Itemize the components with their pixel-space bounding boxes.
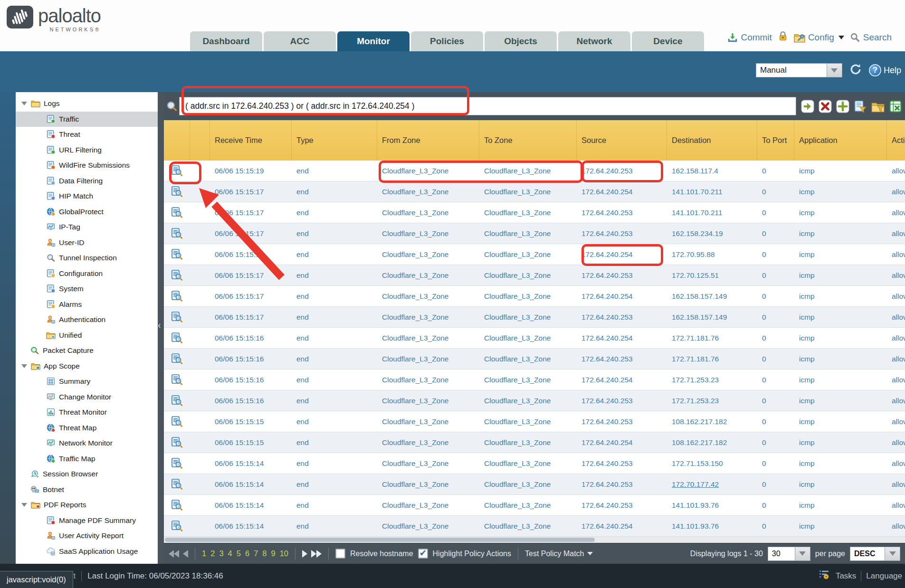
cell-action[interactable]: allow [887,390,905,411]
load-filter-icon[interactable] [871,100,885,113]
tab-policies[interactable]: Policies [411,31,483,51]
cell-receive-time[interactable]: 06/06 15:15:16 [210,328,292,348]
sidebar-item-hip-match[interactable]: HIP Match [16,189,158,204]
log-detail-icon[interactable] [164,307,190,327]
auto-refresh-caret[interactable] [827,63,842,77]
cell-destination[interactable]: 141.101.70.211 [667,181,757,202]
cell-source[interactable]: 172.64.240.254 [577,244,667,265]
log-detail-icon[interactable] [164,432,190,453]
search-button[interactable]: Search [850,32,892,43]
sidebar-item-threat[interactable]: Threat [16,127,158,142]
cell-receive-time[interactable]: 06/06 15:15:17 [210,202,292,223]
scrollbar-thumb[interactable] [165,538,595,542]
cell-source[interactable]: 172.64.240.253 [577,474,667,494]
cell-source[interactable]: 172.64.240.253 [577,349,667,369]
log-detail-icon[interactable] [164,328,190,348]
cell-type[interactable]: end [292,223,377,244]
cell-action[interactable]: allow [887,370,905,390]
cell-receive-time[interactable]: 06/06 15:15:16 [210,390,292,411]
cell-to-port[interactable]: 0 [757,370,794,390]
column-header-destination[interactable]: Destination [667,120,757,161]
cell-destination[interactable]: 162.158.234.19 [667,223,757,244]
column-header-type[interactable]: Type [292,120,377,161]
column-header-receive-time[interactable]: Receive Time [210,120,292,161]
last-page-button[interactable] [311,550,322,558]
cell-action[interactable]: allow [887,411,905,432]
sidebar-item-packet-capture[interactable]: Packet Capture [16,343,158,359]
cell-type[interactable]: end [292,370,377,390]
cell-receive-time[interactable]: 06/06 15:15:17 [210,181,292,202]
cell-application[interactable]: icmp [794,244,887,265]
log-detail-icon[interactable] [164,370,190,390]
cell-application[interactable]: icmp [794,202,887,223]
cell-to-zone[interactable]: Cloudflare_L3_Zone [479,265,577,285]
cell-to-port[interactable]: 0 [757,223,794,244]
cell-from-zone[interactable]: Cloudflare_L3_Zone [377,432,479,453]
cell-action[interactable]: allow [887,432,905,453]
cell-action[interactable]: allow [887,474,905,494]
cell-receive-time[interactable]: 06/06 15:15:17 [210,307,292,327]
log-detail-icon[interactable] [164,349,190,369]
cell-from-zone[interactable]: Cloudflare_L3_Zone [377,286,479,306]
cell-to-port[interactable]: 0 [757,474,794,494]
cell-receive-time[interactable]: 06/06 15:15:16 [210,349,292,369]
sidebar-item-pdf-reports[interactable]: PDF Reports [16,497,158,513]
cell-action[interactable]: allow [887,161,905,181]
cell-from-zone[interactable]: Cloudflare_L3_Zone [377,307,479,327]
cell-to-zone[interactable]: Cloudflare_L3_Zone [479,161,577,181]
cell-destination[interactable]: 141.101.70.211 [667,202,757,223]
cell-type[interactable]: end [292,202,377,223]
sidebar-item-botnet[interactable]: Botnet [16,482,158,498]
cell-action[interactable]: allow [887,202,905,223]
sidebar-splitter[interactable]: ‹ [158,92,164,564]
cell-from-zone[interactable]: Cloudflare_L3_Zone [377,244,479,265]
sort-order-select[interactable]: DESC [850,547,900,561]
cell-type[interactable]: end [292,307,377,327]
cell-type[interactable]: end [292,432,377,453]
cell-from-zone[interactable]: Cloudflare_L3_Zone [377,181,479,202]
cell-receive-time[interactable]: 06/06 15:15:14 [210,474,292,494]
cell-source[interactable]: 172.64.240.253 [577,202,667,223]
cell-application[interactable]: icmp [794,161,887,181]
config-menu-button[interactable]: Config [794,32,844,43]
cell-destination[interactable]: 108.162.217.182 [667,411,757,432]
sidebar-item-user-activity-report[interactable]: User Activity Report [16,528,158,544]
cell-destination[interactable]: 172.70.177.42 [667,474,757,494]
tab-network[interactable]: Network [558,31,630,51]
cell-to-zone[interactable]: Cloudflare_L3_Zone [479,181,577,202]
cell-to-zone[interactable]: Cloudflare_L3_Zone [479,432,577,453]
test-policy-match-button[interactable]: Test Policy Match [525,550,593,558]
cell-application[interactable]: icmp [794,328,887,348]
cell-type[interactable]: end [292,453,377,474]
tab-acc[interactable]: ACC [264,31,336,51]
cell-application[interactable]: icmp [794,181,887,202]
cell-to-port[interactable]: 0 [757,432,794,453]
cell-application[interactable]: icmp [794,223,887,244]
cell-to-port[interactable]: 0 [757,265,794,285]
expand-collapse-icon[interactable] [21,503,27,507]
sidebar-item-threat-map[interactable]: Threat Map [16,420,158,436]
page-number-10[interactable]: 10 [280,549,288,558]
cell-action[interactable]: allow [887,244,905,265]
cell-source[interactable]: 172.64.240.253 [577,495,667,515]
cell-to-zone[interactable]: Cloudflare_L3_Zone [479,223,577,244]
cell-to-port[interactable]: 0 [757,286,794,306]
lock-icon[interactable] [778,31,788,44]
auto-refresh-select[interactable]: Manual [756,63,842,77]
cell-to-zone[interactable]: Cloudflare_L3_Zone [479,390,577,411]
cell-from-zone[interactable]: Cloudflare_L3_Zone [377,453,479,474]
cell-to-zone[interactable]: Cloudflare_L3_Zone [479,202,577,223]
cell-source[interactable]: 172.64.240.253 [577,411,667,432]
language-button[interactable]: Language [866,571,902,581]
cell-to-port[interactable]: 0 [757,328,794,348]
cell-to-zone[interactable]: Cloudflare_L3_Zone [479,328,577,348]
cell-from-zone[interactable]: Cloudflare_L3_Zone [377,411,479,432]
sidebar-item-logs[interactable]: Logs [16,96,158,112]
cell-application[interactable]: icmp [794,349,887,369]
cell-destination[interactable]: 172.71.153.150 [667,453,757,474]
cell-source[interactable]: 172.64.240.253 [577,307,667,327]
save-filter-icon[interactable] [854,100,867,113]
cell-from-zone[interactable]: Cloudflare_L3_Zone [377,516,479,536]
sidebar-item-app-scope[interactable]: App Scope [16,359,158,374]
cell-receive-time[interactable]: 06/06 15:15:17 [210,265,292,285]
